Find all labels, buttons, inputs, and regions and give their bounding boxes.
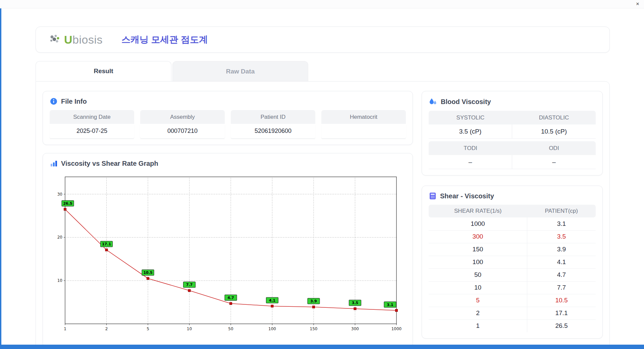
file-info-card: File Info Scanning Date 2025-07-25 Assem… — [43, 91, 413, 145]
field-scanning-date: Scanning Date 2025-07-25 — [50, 110, 134, 139]
field-value: 2025-07-25 — [50, 124, 134, 139]
todi-label: TODI — [429, 141, 512, 155]
field-label: Scanning Date — [50, 110, 134, 124]
patient-cell: 3.5 — [527, 230, 596, 243]
field-hematocrit: Hematocrit — [321, 110, 406, 139]
table-row: 217.1 — [429, 307, 596, 319]
shear-rate-column-header: SHEAR RATE(1/s) — [429, 205, 527, 217]
svg-text:7.7: 7.7 — [186, 283, 193, 287]
droplets-icon — [429, 97, 437, 106]
todi-value: – — [429, 155, 512, 169]
shear-rate-cell: 5 — [429, 294, 527, 307]
table-row: 10003.1 — [429, 217, 596, 230]
bar-chart-icon — [50, 159, 58, 167]
systolic-value: 3.5 (cP) — [429, 124, 512, 139]
svg-text:20: 20 — [57, 235, 62, 240]
patient-cell: 3.1 — [527, 217, 596, 230]
blood-viscosity-card: Blood Viscosity SYSTOLIC DIASTOLIC 3.5 (… — [422, 91, 603, 176]
svg-text:4.7: 4.7 — [227, 296, 234, 300]
svg-text:10.5: 10.5 — [143, 270, 152, 275]
table-row: 504.7 — [429, 268, 596, 281]
svg-text:17.1: 17.1 — [102, 242, 111, 246]
diastolic-label: DIASTOLIC — [512, 111, 596, 124]
table-row: 126.5 — [429, 319, 596, 332]
tab-result[interactable]: Result — [36, 61, 171, 81]
odi-value: – — [512, 155, 596, 169]
tab-bar: Result Raw Data — [36, 61, 610, 81]
svg-text:150: 150 — [310, 327, 318, 331]
patient-cell: 17.1 — [527, 307, 596, 319]
svg-text:10: 10 — [57, 278, 62, 283]
patient-cell: 4.1 — [527, 256, 596, 268]
table-row: 510.5 — [429, 294, 596, 307]
shear-rate-cell: 2 — [429, 307, 527, 319]
logo-text: Ubiosis — [64, 33, 103, 46]
app-header: Ubiosis 스캐닝 모세관 점도계 — [36, 27, 610, 53]
shear-rate-cell: 300 — [429, 230, 527, 243]
svg-text:1: 1 — [64, 327, 66, 331]
patient-cell: 10.5 — [527, 294, 596, 307]
patient-cell: 7.7 — [527, 281, 596, 294]
shear-viscosity-table: SHEAR RATE(1/s) PATIENT(cp) 10003.1 3003… — [429, 205, 596, 332]
field-value: 52061920600 — [231, 124, 315, 139]
diastolic-value: 10.5 (cP) — [512, 124, 596, 139]
field-label: Hematocrit — [321, 110, 406, 124]
svg-text:300: 300 — [351, 327, 359, 331]
field-assembly: Assembly 000707210 — [140, 110, 225, 139]
shear-viscosity-card: Shear - Viscosity SHEAR RATE(1/s) PATIEN… — [422, 186, 603, 339]
field-label: Patient ID — [231, 110, 315, 124]
main-container: Ubiosis 스캐닝 모세관 점도계 Result Raw Data — [0, 0, 644, 349]
svg-text:26.5: 26.5 — [63, 201, 72, 206]
svg-text:3.9: 3.9 — [310, 299, 317, 303]
table-row: 1004.1 — [429, 256, 596, 268]
window-titlebar: × — [0, 0, 644, 8]
close-icon[interactable]: × — [636, 1, 639, 7]
svg-text:50: 50 — [228, 327, 233, 331]
patient-cell: 3.9 — [527, 243, 596, 256]
shear-viscosity-title: Shear - Viscosity — [440, 192, 494, 200]
patient-cell: 26.5 — [527, 319, 596, 332]
right-column: Blood Viscosity SYSTOLIC DIASTOLIC 3.5 (… — [422, 91, 603, 348]
page-title: 스캐닝 모세관 점도계 — [121, 34, 208, 46]
left-column: File Info Scanning Date 2025-07-25 Assem… — [43, 91, 413, 348]
window-bottom-edge — [0, 345, 644, 349]
shear-rate-cell: 1000 — [429, 217, 527, 230]
shear-rate-cell: 10 — [429, 281, 527, 294]
blood-viscosity-grid: SYSTOLIC DIASTOLIC 3.5 (cP) 10.5 (cP) TO… — [429, 111, 596, 169]
graph-title: Viscosity vs Shear Rate Graph — [61, 160, 158, 167]
svg-text:3.5: 3.5 — [352, 301, 359, 305]
svg-text:4.1: 4.1 — [269, 298, 276, 303]
table-row: 107.7 — [429, 281, 596, 294]
file-info-title: File Info — [61, 98, 87, 105]
svg-text:10: 10 — [187, 327, 192, 331]
result-panel: File Info Scanning Date 2025-07-25 Assem… — [36, 81, 610, 349]
shear-rate-cell: 150 — [429, 243, 527, 256]
window-left-edge — [0, 8, 1, 349]
table-row: 3003.5 — [429, 230, 596, 243]
svg-text:30: 30 — [57, 192, 62, 197]
info-icon — [50, 97, 58, 105]
svg-text:3.1: 3.1 — [387, 303, 393, 307]
field-patient-id: Patient ID 52061920600 — [231, 110, 315, 139]
odi-label: ODI — [512, 141, 596, 155]
svg-text:100: 100 — [268, 327, 276, 331]
patient-cell: 4.7 — [527, 268, 596, 281]
systolic-label: SYSTOLIC — [429, 111, 512, 124]
blood-viscosity-title: Blood Viscosity — [441, 98, 491, 106]
shear-rate-cell: 1 — [429, 319, 527, 332]
table-row: 1503.9 — [429, 243, 596, 256]
patient-column-header: PATIENT(cp) — [527, 205, 596, 217]
viscosity-graph-card: Viscosity vs Shear Rate Graph 1020301251… — [43, 153, 413, 348]
file-info-fields: Scanning Date 2025-07-25 Assembly 000707… — [50, 110, 406, 139]
shear-rate-cell: 100 — [429, 256, 527, 268]
shear-rate-cell: 50 — [429, 268, 527, 281]
svg-text:2: 2 — [105, 327, 108, 331]
ubiosis-logo-icon — [49, 34, 62, 46]
field-value: 000707210 — [140, 124, 225, 139]
tab-raw-data[interactable]: Raw Data — [172, 61, 308, 81]
field-value — [321, 124, 406, 139]
ubiosis-logo: Ubiosis — [49, 33, 103, 46]
field-label: Assembly — [140, 110, 225, 124]
svg-text:1000: 1000 — [391, 327, 402, 331]
calculator-icon — [429, 192, 437, 200]
